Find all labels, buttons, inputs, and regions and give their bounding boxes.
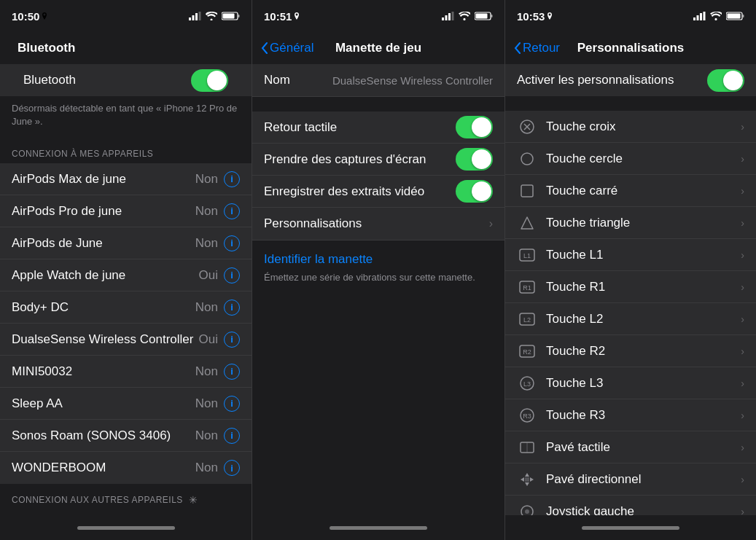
info-button[interactable]: i <box>224 396 240 412</box>
status-bar-manette: 10:51 <box>252 0 504 32</box>
retour-tactile-row[interactable]: Retour tactile <box>252 111 504 144</box>
captures-toggle[interactable] <box>456 148 493 171</box>
nav-bar-manette: Général Manette de jeu <box>252 32 504 64</box>
info-button[interactable]: i <box>224 332 240 348</box>
battery-icon-2 <box>475 12 493 20</box>
chevron-icon: › <box>489 217 493 230</box>
home-indicator <box>0 515 252 540</box>
list-item[interactable]: AirPods de June Non i <box>0 227 252 259</box>
chevron: › <box>741 442 744 453</box>
battery-icon-3 <box>726 12 744 20</box>
svg-marker-42 <box>525 482 529 486</box>
bluetooth-toggle[interactable] <box>191 69 228 92</box>
touche-l3-row[interactable]: L3 Touche L3 › <box>505 367 756 399</box>
extraits-toggle[interactable] <box>456 180 493 203</box>
nav-back-retour[interactable]: Retour <box>514 41 560 55</box>
connecting-spinner: ✳ <box>189 494 198 506</box>
chevron: › <box>741 506 744 516</box>
triangle-icon <box>517 213 537 233</box>
identifier-link[interactable]: Identifier la manette <box>264 252 493 267</box>
touche-r2-row[interactable]: R2 Touche R2 › <box>505 335 756 367</box>
personnalisations-row[interactable]: Personnalisations › <box>252 208 504 240</box>
status-bar-bluetooth: 10:50 <box>0 0 252 32</box>
chevron: › <box>741 410 744 421</box>
list-item[interactable]: WONDERBOOM Non i <box>0 452 252 484</box>
list-item[interactable]: AirPods Max de june Non i <box>0 163 252 195</box>
list-item[interactable]: Apple Watch de june Oui i <box>0 259 252 291</box>
panel-manette: 10:51 Général <box>252 0 504 540</box>
joystick-gauche-row[interactable]: Joystick gauche › <box>505 496 756 515</box>
battery-icon <box>222 12 240 20</box>
wifi-icon-3 <box>710 12 722 20</box>
square-icon <box>517 181 537 201</box>
touche-r1-row[interactable]: R1 Touche R1 › <box>505 271 756 303</box>
pave-directionnel-icon <box>517 469 537 490</box>
signal-icon-3 <box>693 12 706 20</box>
list-item[interactable]: AirPods Pro de june Non i <box>0 195 252 227</box>
svg-rect-14 <box>693 17 695 20</box>
extraits-row[interactable]: Enregistrer des extraits vidéo <box>252 176 504 208</box>
nom-label: Nom <box>264 73 332 87</box>
list-item[interactable]: Body+ DC Non i <box>0 291 252 324</box>
svg-rect-8 <box>445 15 448 20</box>
panel-personnalisations: 10:53 Retour <box>504 0 756 540</box>
info-button[interactable]: i <box>224 364 240 380</box>
nav-back-general[interactable]: Général <box>261 41 313 55</box>
svg-rect-7 <box>442 17 444 20</box>
info-button[interactable]: i <box>224 171 240 187</box>
touche-r3-row[interactable]: R3 Touche R3 › <box>505 399 756 431</box>
l1-icon: L1 <box>517 245 537 265</box>
svg-text:R2: R2 <box>523 348 531 356</box>
captures-row[interactable]: Prendre des captures d'écran <box>252 144 504 176</box>
list-item[interactable]: Sleep AA Non i <box>0 388 252 420</box>
perso-content: Activer les personnalisations Touche cro… <box>505 64 756 515</box>
svg-rect-12 <box>491 15 493 17</box>
manette-items-group: Retour tactile Prendre des captures d'éc… <box>252 111 504 240</box>
svg-marker-26 <box>521 217 533 229</box>
activate-label: Activer les personnalisations <box>517 73 707 87</box>
touche-cercle-row[interactable]: Touche cercle › <box>505 143 756 175</box>
activate-row[interactable]: Activer les personnalisations <box>505 64 756 96</box>
home-bar <box>77 526 175 530</box>
info-button[interactable]: i <box>224 460 240 476</box>
info-button[interactable]: i <box>224 267 240 283</box>
bluetooth-content: Bluetooth Désormais détectable en tant q… <box>0 64 252 515</box>
r3-icon: R3 <box>517 405 537 426</box>
pave-directionnel-row[interactable]: Pavé directionnel › <box>505 463 756 496</box>
touche-carre-row[interactable]: Touche carré › <box>505 175 756 207</box>
svg-rect-17 <box>704 12 706 20</box>
svg-marker-43 <box>521 477 524 482</box>
section-other-label: CONNEXION AUX AUTRES APPAREILS ✳ <box>0 484 252 510</box>
touche-l1-row[interactable]: L1 Touche L1 › <box>505 239 756 271</box>
list-item[interactable]: Sonos Roam (SONOS 3406) Non i <box>0 420 252 452</box>
panel-bluetooth: 10:50 Bluetooth <box>0 0 252 540</box>
svg-rect-1 <box>192 15 195 20</box>
touche-triangle-row[interactable]: Touche triangle › <box>505 207 756 239</box>
svg-rect-45 <box>525 477 529 482</box>
info-button[interactable]: i <box>224 203 240 219</box>
svg-rect-3 <box>199 12 201 20</box>
chevron-left-icon <box>261 42 268 54</box>
time-label-3: 10:53 <box>517 10 545 23</box>
info-button[interactable]: i <box>224 300 240 316</box>
l3-icon: L3 <box>517 373 537 394</box>
location-icon <box>42 12 47 20</box>
chevron: › <box>741 345 744 357</box>
touche-croix-row[interactable]: Touche croix › <box>505 111 756 143</box>
home-indicator-3 <box>505 515 756 540</box>
info-button[interactable]: i <box>224 235 240 251</box>
identifier-desc: Émettez une série de vibrations sur cett… <box>264 271 493 284</box>
pave-tactile-row[interactable]: Pavé tactile › <box>505 431 756 463</box>
time-bluetooth: 10:50 <box>12 10 47 23</box>
time-manette: 10:51 <box>264 10 300 23</box>
time-label: 10:50 <box>12 10 39 23</box>
list-item[interactable]: MINI50032 Non i <box>0 356 252 388</box>
back-label: Général <box>270 41 313 55</box>
list-item[interactable]: DualseSense Wireless Controller Oui i <box>0 324 252 356</box>
touche-l2-row[interactable]: L2 Touche L2 › <box>505 303 756 335</box>
activate-toggle[interactable] <box>707 69 744 92</box>
time-perso: 10:53 <box>517 10 553 23</box>
retour-tactile-toggle[interactable] <box>456 116 493 138</box>
svg-text:L3: L3 <box>523 380 531 388</box>
info-button[interactable]: i <box>224 428 240 444</box>
